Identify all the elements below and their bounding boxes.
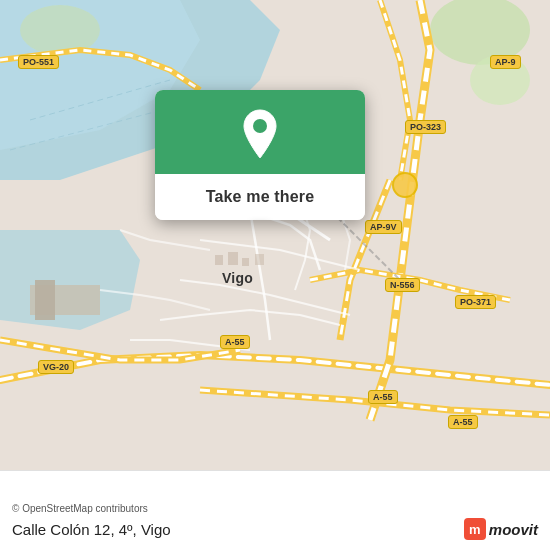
svg-rect-10 <box>242 258 249 266</box>
svg-rect-9 <box>228 252 238 265</box>
svg-rect-4 <box>35 280 55 320</box>
road-badge-po323: PO-323 <box>405 120 446 134</box>
road-badge-a55-3: A-55 <box>448 415 478 429</box>
popup-top <box>155 90 365 174</box>
svg-rect-8 <box>215 255 223 265</box>
location-pin-icon <box>238 112 282 156</box>
address-row: Calle Colón 12, 4º, Vigo m moovit <box>12 518 538 540</box>
road-badge-po371: PO-371 <box>455 295 496 309</box>
svg-rect-11 <box>255 254 264 265</box>
address-text: Calle Colón 12, 4º, Vigo <box>12 521 171 538</box>
road-badge-a55-2: A-55 <box>368 390 398 404</box>
svg-point-13 <box>253 119 267 133</box>
svg-point-7 <box>20 5 100 55</box>
attribution-text: © OpenStreetMap contributors <box>12 503 538 514</box>
road-badge-po551: PO-551 <box>18 55 59 69</box>
city-label: Vigo <box>222 270 253 286</box>
map-svg <box>0 0 550 470</box>
road-badge-a55-1: A-55 <box>220 335 250 349</box>
moovit-text: moovit <box>489 521 538 538</box>
road-badge-n556: N-556 <box>385 278 420 292</box>
map: PO-551 PO-323 AP-9V AP-9 N-556 PO-371 A-… <box>0 0 550 470</box>
location-popup: Take me there <box>155 90 365 220</box>
bottom-bar: © OpenStreetMap contributors Calle Colón… <box>0 470 550 550</box>
take-me-there-button[interactable]: Take me there <box>155 174 365 220</box>
moovit-logo: m moovit <box>464 518 538 540</box>
road-badge-ap9: AP-9 <box>490 55 521 69</box>
road-badge-vg20: VG-20 <box>38 360 74 374</box>
road-badge-ap9v: AP-9V <box>365 220 402 234</box>
moovit-m-icon: m <box>464 518 486 540</box>
svg-point-12 <box>393 173 417 197</box>
